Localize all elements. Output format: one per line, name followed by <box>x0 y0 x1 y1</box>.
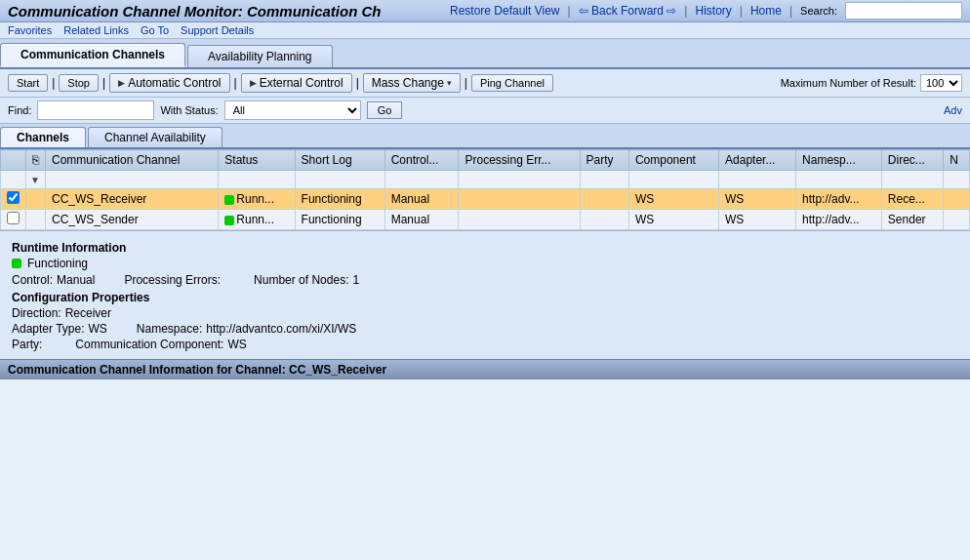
back-forward-link[interactable]: ⇦ Back Forward ⇨ <box>579 4 677 18</box>
col-processing-err[interactable]: Processing Err... <box>459 150 580 171</box>
max-result-label: Maximum Number of Result: <box>781 77 916 89</box>
processing-err <box>459 210 580 230</box>
number-nodes-label: Number of Nodes: <box>254 273 348 287</box>
home-link[interactable]: Home <box>750 4 782 18</box>
max-result-select[interactable]: 100 <box>920 74 962 92</box>
find-input[interactable] <box>37 100 154 120</box>
search-input[interactable] <box>845 2 962 20</box>
automatic-control-button[interactable]: ▶ Automatic Control <box>109 73 229 93</box>
direction-value: Receiver <box>65 306 111 320</box>
info-panel: Runtime Information Functioning Control:… <box>0 230 970 359</box>
col-adapter[interactable]: Adapter... <box>719 150 796 171</box>
back-arrow-icon: ⇦ <box>579 4 588 18</box>
n <box>944 189 970 210</box>
control: Manual <box>384 210 459 230</box>
processing-err <box>459 189 580 210</box>
namespace: http://adv... <box>796 210 882 230</box>
mass-change-button[interactable]: Mass Change ▾ <box>363 73 461 93</box>
direction-label: Direction: <box>12 306 61 320</box>
adapter: WS <box>719 189 796 210</box>
status-cell: Runn... <box>219 189 295 210</box>
toolbar-left: Start | Stop | ▶ Automatic Control | ▶ E… <box>8 73 553 93</box>
go-to-link[interactable]: Go To <box>141 24 169 36</box>
tab-channels[interactable]: Channels <box>0 127 86 147</box>
adapter-type-value: WS <box>89 322 107 336</box>
support-details-link[interactable]: Support Details <box>181 24 254 36</box>
find-bar: Find: With Status: All Running Stopped E… <box>0 98 970 124</box>
direction-row: Direction: Receiver <box>12 306 958 320</box>
tab-communication-channels[interactable]: Communication Channels <box>0 43 185 67</box>
short-log: Functioning <box>295 210 384 230</box>
status-indicator <box>224 195 234 205</box>
status-cell: Runn... <box>219 210 295 230</box>
col-n[interactable]: N <box>944 150 970 171</box>
runtime-info-title: Runtime Information <box>12 241 958 255</box>
status-indicator <box>224 216 234 225</box>
start-button[interactable]: Start <box>8 74 48 92</box>
related-links-link[interactable]: Related Links <box>63 24 129 36</box>
short-log: Functioning <box>295 189 384 210</box>
col-status[interactable]: Status <box>219 150 295 171</box>
status-green-icon <box>12 259 21 268</box>
col-icon: ⎘ <box>26 150 46 171</box>
status-select[interactable]: All Running Stopped Error <box>224 100 361 120</box>
find-label: Find: <box>8 104 31 116</box>
page-title: Communication Channel Monitor: Communica… <box>8 3 382 20</box>
table-row[interactable]: CC_WS_ReceiverRunn...FunctioningManualWS… <box>1 189 970 210</box>
favorites-link[interactable]: Favorites <box>8 24 52 36</box>
restore-default-link[interactable]: Restore Default View <box>450 4 560 18</box>
control-label: Control: <box>12 273 53 287</box>
col-check <box>1 150 26 171</box>
comm-component-label: Communication Component: <box>75 338 223 351</box>
row-checkbox[interactable] <box>7 191 20 204</box>
col-party[interactable]: Party <box>580 150 628 171</box>
arrow-right-icon: ▶ <box>118 78 125 88</box>
arrow-right-icon2: ▶ <box>250 78 257 88</box>
col-shortlog[interactable]: Short Log <box>295 150 384 171</box>
col-direction[interactable]: Direc... <box>881 150 943 171</box>
top-bar-right: Restore Default View | ⇦ Back Forward ⇨ … <box>450 2 962 20</box>
number-nodes-value: 1 <box>352 273 359 287</box>
external-control-button[interactable]: ▶ External Control <box>241 73 352 93</box>
control-value: Manual <box>57 273 95 287</box>
component: WS <box>628 210 718 230</box>
toolbar-right: Maximum Number of Result: 100 <box>781 74 962 92</box>
col-component[interactable]: Component <box>628 150 718 171</box>
tab-channel-availability[interactable]: Channel Availability <box>88 127 222 147</box>
component: WS <box>628 189 718 210</box>
filter-icon: ▼ <box>30 175 40 185</box>
top-bar: Communication Channel Monitor: Communica… <box>0 0 970 22</box>
with-status-label: With Status: <box>160 104 218 116</box>
adapter-type-label: Adapter Type: <box>12 322 85 336</box>
party-component-row: Party: Communication Component: WS <box>12 338 958 351</box>
sub-tabs: Channels Channel Availability <box>0 124 970 149</box>
row-checkbox[interactable] <box>7 212 20 224</box>
table-area: ⎘ Communication Channel Status Short Log… <box>0 149 970 230</box>
col-control[interactable]: Control... <box>384 150 459 171</box>
channel-name: CC_WS_Receiver <box>46 189 219 210</box>
main-tabs: Communication Channels Availability Plan… <box>0 39 970 69</box>
n <box>944 210 970 230</box>
nav-bar: Favorites Related Links Go To Support De… <box>0 22 970 39</box>
copy-icon: ⎘ <box>32 153 39 167</box>
history-link[interactable]: History <box>695 4 731 18</box>
status-bar-text: Communication Channel Information for Ch… <box>8 363 386 377</box>
direction: Rece... <box>881 189 943 210</box>
config-title: Configuration Properties <box>12 291 958 304</box>
table-row[interactable]: CC_WS_SenderRunn...FunctioningManualWSWS… <box>1 210 970 230</box>
col-channel[interactable]: Communication Channel <box>46 150 219 171</box>
ping-channel-button[interactable]: Ping Channel <box>471 74 553 92</box>
tab-availability-planning[interactable]: Availability Planning <box>187 45 333 67</box>
advanced-link[interactable]: Adv <box>944 104 962 116</box>
direction: Sender <box>881 210 943 230</box>
stop-button[interactable]: Stop <box>59 74 99 92</box>
comm-component-value: WS <box>227 338 246 351</box>
control: Manual <box>384 189 459 210</box>
namespace-label: Namespace: <box>137 322 202 336</box>
adapter-namespace-row: Adapter Type: WS Namespace: http://advan… <box>12 322 958 336</box>
toolbar: Start | Stop | ▶ Automatic Control | ▶ E… <box>0 69 970 98</box>
go-button[interactable]: Go <box>367 101 403 119</box>
chevron-down-icon: ▾ <box>447 78 452 88</box>
functioning-label: Functioning <box>27 257 88 270</box>
col-namespace[interactable]: Namesp... <box>796 150 882 171</box>
